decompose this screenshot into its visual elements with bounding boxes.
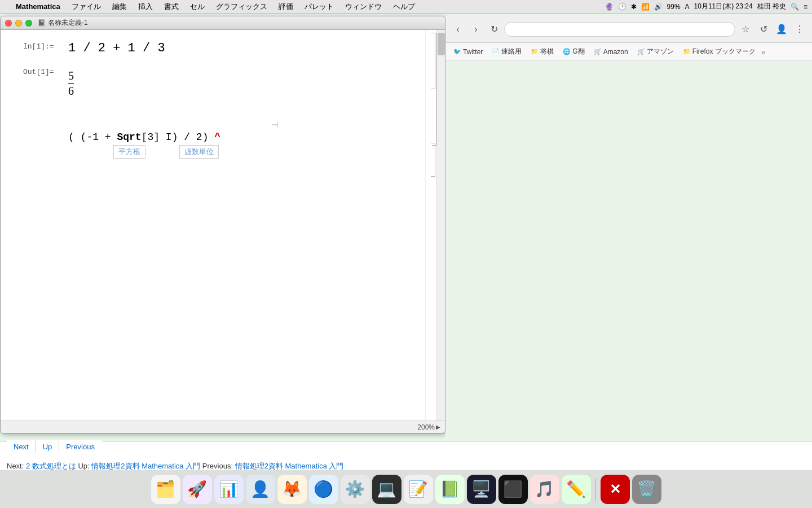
bookmark-shogi[interactable]: 📁 将棋 xyxy=(527,46,557,58)
menu-window[interactable]: ウィンドウ xyxy=(341,1,386,13)
nav-tab-up[interactable]: Up xyxy=(36,440,60,453)
bookmark-amazon-en[interactable]: 🛒 Amazon xyxy=(590,47,632,57)
next-link[interactable]: 2 数式処理とは xyxy=(26,462,76,470)
tooltip-imaginary: 虚数単位 xyxy=(179,145,219,159)
menu-format[interactable]: 書式 xyxy=(160,1,183,13)
bookmark-amazon-jp[interactable]: 🛒 アマゾン xyxy=(634,46,677,58)
contacts-icon: 👤 xyxy=(250,480,270,498)
notebook-scrollbar[interactable] xyxy=(436,30,445,421)
finder-icon: 🗂️ xyxy=(156,480,175,498)
input-cell-1[interactable]: In[1]:= 1 / 2 + 1 / 3 xyxy=(23,41,403,55)
volume-icon[interactable]: 🔊 xyxy=(654,3,663,11)
up-link[interactable]: 情報処理2資料 Mathematica 入門 xyxy=(91,462,200,470)
dock-mathematica[interactable]: 📊 xyxy=(214,475,244,504)
url-bar[interactable] xyxy=(504,22,735,37)
iterm-icon: ⬛ xyxy=(503,480,523,498)
bluetooth-icon[interactable]: ✱ xyxy=(631,3,637,11)
in2-expression[interactable]: ( (-1 + Sqrt[3] I) / 2) ^ xyxy=(68,132,220,143)
menu-file[interactable]: ファイル xyxy=(67,1,105,13)
sync-button[interactable]: ↺ xyxy=(756,21,771,37)
menu-edit[interactable]: 編集 xyxy=(108,1,131,13)
in2-content[interactable]: ( (-1 + Sqrt[3] I) / 2) ^ 平方根 虚数単位 xyxy=(68,132,403,159)
bookmark-firefox[interactable]: 📁 Firefox ブックマーク xyxy=(679,46,759,58)
menu-eval[interactable]: 評価 xyxy=(274,1,298,13)
wifi-icon[interactable]: 📶 xyxy=(641,3,650,11)
menu-palette[interactable]: パレット xyxy=(300,1,338,13)
footer-area: Next Up Previous Next: 2 数式処理とは Up: 情報処理… xyxy=(0,441,812,470)
nav-tab-previous[interactable]: Previous xyxy=(59,440,102,453)
menu-graphics[interactable]: グラフィックス xyxy=(211,1,272,13)
fraction-numerator: 5 xyxy=(68,69,74,82)
notebook-content[interactable]: In[1]:= 1 / 2 + 1 / 3 Out[1]= 5 6 xyxy=(1,30,425,421)
terminal2-icon: 💻 xyxy=(377,480,396,498)
forward-button[interactable]: › xyxy=(468,21,484,37)
scrollbar-thumb[interactable] xyxy=(438,33,445,55)
back-button[interactable]: ‹ xyxy=(450,21,466,37)
username: 桂田 裕史 xyxy=(757,2,786,11)
search-icon[interactable]: 🔍 xyxy=(791,3,799,11)
menu-insert[interactable]: 挿入 xyxy=(134,1,157,13)
bookmark-renraku[interactable]: 📄 連絡用 xyxy=(488,46,525,58)
dock-terminal[interactable]: 🖥️ xyxy=(467,475,496,504)
refresh-button[interactable]: ↻ xyxy=(486,21,502,37)
in1-expression[interactable]: 1 / 2 + 1 / 3 xyxy=(68,41,165,55)
bookmark-twitter[interactable]: 🐦 Twitter xyxy=(450,47,486,57)
spacer xyxy=(23,109,403,126)
minimize-button[interactable] xyxy=(15,20,22,27)
app1-icon: 🎵 xyxy=(535,480,554,498)
menu-cell[interactable]: セル xyxy=(186,1,209,13)
gtranslate-icon: 🌐 xyxy=(563,48,571,55)
dock-x-app[interactable]: ✕ xyxy=(601,475,630,504)
in1-label: In[1]:= xyxy=(23,41,68,51)
zoom-button[interactable] xyxy=(25,20,32,27)
bookmark-star[interactable]: ☆ xyxy=(738,21,753,37)
traffic-lights xyxy=(5,20,32,27)
dock-chrome[interactable]: 🔵 xyxy=(309,475,338,504)
dock-launchpad[interactable]: 🚀 xyxy=(183,475,212,504)
fraction-denominator: 6 xyxy=(68,84,74,98)
app-name[interactable]: Mathematica xyxy=(11,1,65,12)
cursor-icon: ⊣ xyxy=(271,120,278,130)
prev-link[interactable]: 情報処理2資料 Mathematica 入門 xyxy=(235,462,344,470)
bookmark-gtranslate[interactable]: 🌐 G翻 xyxy=(559,46,588,58)
keyboard-icon[interactable]: A xyxy=(685,3,690,11)
mathematica-window: 📓 名称未定義-1 In[1]:= 1 / 2 + 1 / 3 Out[1]= … xyxy=(0,16,445,433)
account-button[interactable]: 👤 xyxy=(774,21,789,37)
mathematica-icon: 📊 xyxy=(219,480,239,498)
dock-finder[interactable]: 🗂️ xyxy=(151,475,180,504)
dock-contacts[interactable]: 👤 xyxy=(246,475,275,504)
x-app-icon: ✕ xyxy=(610,481,621,497)
sysprefs-icon: ⚙️ xyxy=(345,480,365,498)
dock-app2[interactable]: ✏️ xyxy=(562,475,591,504)
dock-firefox[interactable]: 🦊 xyxy=(277,475,307,504)
dock-app1[interactable]: 🎵 xyxy=(530,475,559,504)
history-icon[interactable]: 🕐 xyxy=(618,3,626,11)
sqrt-keyword: Sqrt xyxy=(117,132,141,143)
next-prefix: Next: xyxy=(7,462,24,470)
window-title: 名称未定義-1 xyxy=(48,18,88,28)
firefox-bookmarks-icon: 📁 xyxy=(683,48,691,55)
in1-content[interactable]: 1 / 2 + 1 / 3 xyxy=(68,41,403,55)
input-cell-2[interactable]: In[2]:= ( (-1 + Sqrt[3] I) / 2) ^ 平方根 虚数… xyxy=(23,132,403,159)
menu-help[interactable]: ヘルプ xyxy=(389,1,420,13)
renraku-icon: 📄 xyxy=(492,48,500,55)
dock-excel[interactable]: 📗 xyxy=(435,475,465,504)
nav-tab-next[interactable]: Next xyxy=(7,440,36,453)
siri-icon[interactable]: 🔮 xyxy=(605,3,614,11)
dock-texshop[interactable]: 📝 xyxy=(404,475,433,504)
shogi-icon: 📁 xyxy=(531,48,539,55)
dock-iterm[interactable]: ⬛ xyxy=(498,475,528,504)
bookmark-shogi-label: 将棋 xyxy=(540,47,554,56)
notebook-statusbar: 200% ▶ xyxy=(1,421,445,433)
dock-terminal2[interactable]: 💻 xyxy=(372,475,401,504)
close-button[interactable] xyxy=(5,20,12,27)
notebook-icon: 📓 xyxy=(38,19,46,27)
dock-sysprefs[interactable]: ⚙️ xyxy=(341,475,370,504)
control-icon[interactable]: ≡ xyxy=(804,3,807,11)
chrome-icon: 🔵 xyxy=(314,480,333,498)
zoom-expand[interactable]: ▶ xyxy=(436,424,440,430)
menu-button[interactable]: ⋮ xyxy=(792,21,807,37)
bookmarks-more-button[interactable]: » xyxy=(761,47,766,56)
notebook-area[interactable]: In[1]:= 1 / 2 + 1 / 3 Out[1]= 5 6 xyxy=(1,30,445,421)
dock-trash[interactable]: 🗑️ xyxy=(632,475,661,504)
